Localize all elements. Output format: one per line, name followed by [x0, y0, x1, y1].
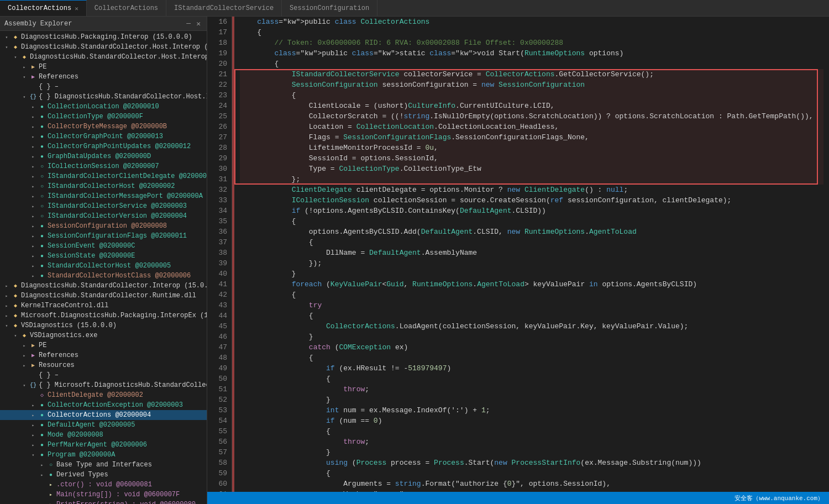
tree-item-label: Main(string[]) : void @0600007F [56, 491, 180, 498]
tree-item[interactable]: ▸◆DiagnosticsHub.StandardCollector.Runti… [0, 291, 207, 301]
tree-expander-icon: ▾ [11, 53, 20, 61]
line-number: 53 [212, 405, 227, 416]
tree-item[interactable]: ▾◆DiagnosticsHub.StandardCollector.Host.… [0, 42, 207, 52]
code-line: { [240, 290, 823, 300]
tree-item[interactable]: ▸◆KernelTraceControl.dll [0, 301, 207, 311]
tree-item-label: CollectorByteMessage @0200000B [48, 123, 167, 130]
tab-label: SessionConfiguration [290, 4, 369, 12]
tree-item[interactable]: ▾◆DiagnosticsHub.Packaging.Interop (15.0… [0, 32, 207, 42]
tree-item[interactable]: ▸●GraphDataUpdates @0200000D [0, 151, 207, 161]
tree-item-label: References [39, 73, 78, 81]
tree-item[interactable]: ▸●StandardCollectorHost @02000005 [0, 261, 207, 271]
tree-item[interactable]: ▸●PerfMarkerAgent @02000006 [0, 440, 207, 450]
line-number: 31 [212, 174, 227, 185]
class-icon: ● [38, 421, 46, 429]
tree-item[interactable]: ▸●CollectionLocation @02000010 [0, 102, 207, 112]
tree-item[interactable]: ▸▶References [0, 350, 207, 360]
line-number: 49 [212, 363, 227, 374]
tree-item[interactable]: { } – [0, 370, 207, 380]
tree-expander-icon: ▾ [20, 72, 29, 81]
tree-item[interactable]: ▸○IStandardCollectorService @02000003 [0, 201, 207, 211]
tree-item[interactable]: ▸Main(string[]) : void @0600007F [0, 490, 207, 500]
code-line: Arguments = string.Format("authorize {0}… [240, 479, 823, 489]
tree-item[interactable]: ▸●SessionConfigurationFlags @02000011 [0, 231, 207, 241]
tree-item[interactable]: ▸●CollectorGraphPointUpdates @02000012 [0, 141, 207, 151]
tree-item[interactable]: ▸●SessionConfiguration @02000008 [0, 221, 207, 231]
line-number: 33 [212, 195, 227, 206]
class-icon: ● [38, 401, 46, 410]
line-number: 50 [212, 374, 227, 384]
tree-item[interactable]: ▸▶PE [0, 62, 207, 72]
tree-item[interactable]: ▾●Program @0200000A [0, 450, 207, 460]
line-number: 16 [212, 17, 227, 27]
tree-item[interactable]: ▾◆VSDiagnostics (15.0.0.0) [0, 321, 207, 330]
tab-istandard[interactable]: IStandardCollectorService [166, 0, 282, 16]
tree-item[interactable]: ▸○IStandardCollectorVersion @02000004 [0, 211, 207, 221]
tree-item[interactable]: ▸●SessionState @0200000E [0, 251, 207, 261]
code-line: if (!options.AgentsByCLSID.ContainsKey(D… [240, 206, 823, 216]
tab-bar: CollectorActions ✕ CollectorActions ISta… [0, 0, 829, 17]
tree-item[interactable]: ▸○IStandardCollectorClientDelegate @0200… [0, 171, 207, 181]
tree-item[interactable]: ▸◆DiagnosticsHub.StandardCollector.Inter… [0, 281, 207, 291]
tree-item-label: PrintError(string) : void @06000080 [56, 501, 196, 504]
line-number: 46 [212, 332, 227, 342]
tree-item[interactable]: ◇ClientDelegate @02000002 [0, 390, 207, 400]
class-icon: ● [46, 470, 55, 479]
line-number: 52 [212, 395, 227, 405]
tree-item[interactable]: ▸▶PE [0, 340, 207, 350]
tree-expander-icon: ▸ [29, 271, 38, 280]
tree-expander-icon: ▸ [29, 102, 38, 111]
tree-item[interactable]: ▸PrintError(string) : void @06000080 [0, 500, 207, 504]
tree-item[interactable]: ▸○IStandardCollectorHost @02000002 [0, 181, 207, 191]
code-line: { [240, 216, 823, 227]
ref-icon: ▶ [29, 72, 38, 81]
close-panel-icon[interactable]: ✕ [195, 19, 202, 28]
tree-item[interactable]: ▸●CollectorActions @02000004 [0, 410, 207, 420]
right-panel: 1617181920212223242526272829303132333435… [207, 17, 829, 504]
line-number: 43 [212, 300, 227, 311]
code-area[interactable]: 1617181920212223242526272829303132333435… [207, 17, 829, 492]
tree-item[interactable]: ▸●CollectorByteMessage @0200000B [0, 122, 207, 132]
tree-item[interactable]: ▸●CollectorActionException @02000003 [0, 400, 207, 410]
close-icon[interactable]: ✕ [75, 5, 78, 12]
minimize-icon[interactable]: — [185, 19, 192, 28]
bracket-icon [29, 371, 38, 380]
tree-view[interactable]: ▾◆DiagnosticsHub.Packaging.Interop (15.0… [0, 31, 207, 504]
tab-collector-actions-1[interactable]: CollectorActions ✕ [0, 0, 87, 16]
tree-item[interactable]: ▸●StandardCollectorHostClass @02000006 [0, 271, 207, 281]
class-icon: ● [38, 261, 46, 270]
tree-item[interactable]: ▸●CollectorGraphPoint @02000013 [0, 132, 207, 141]
tree-item[interactable]: ▸●DefaultAgent @02000005 [0, 420, 207, 430]
tree-item-label: Derived Types [56, 471, 108, 479]
code-line: Verb = "runas", [240, 489, 823, 492]
tree-item[interactable]: ▸●Mode @02000008 [0, 430, 207, 440]
tree-item[interactable]: ▸○IStandardCollectorMessagePort @0200000… [0, 191, 207, 201]
tree-expander-icon: ▸ [29, 182, 38, 191]
class-icon: ● [38, 411, 46, 419]
tab-collector-actions-2[interactable]: CollectorActions [87, 0, 166, 16]
tree-item[interactable]: ▸●Derived Types [0, 470, 207, 480]
tree-item[interactable]: ▾▶References [0, 72, 207, 82]
tree-item[interactable]: ▸▶Resources [0, 360, 207, 370]
tree-item-label: DiagnosticsHub.Packaging.Interop (15.0.0… [21, 33, 192, 41]
tree-expander-icon: ▸ [29, 232, 38, 240]
tree-item[interactable]: ▸○Base Type and Interfaces [0, 460, 207, 470]
line-number: 21 [212, 69, 227, 80]
tree-item[interactable]: ▾◆VSDiagnostics.exe [0, 330, 207, 340]
tree-expander-icon: ▸ [20, 341, 29, 350]
tree-item[interactable]: { } – [0, 82, 207, 92]
tree-item-label: IStandardCollectorMessagePort @0200000A [48, 192, 203, 200]
tree-item[interactable]: ▾◆DiagnosticsHub.StandardCollector.Host.… [0, 52, 207, 62]
tree-item[interactable]: ▸◆Microsoft.DiagnosticsHub.Packaging.Int… [0, 311, 207, 321]
tree-expander-icon: ▾ [2, 43, 11, 51]
tree-item[interactable]: ▸○ICollectionSession @02000007 [0, 161, 207, 171]
tree-item[interactable]: ▸.ctor() : void @06000081 [0, 480, 207, 490]
tree-item[interactable]: ▸●SessionEvent @0200000C [0, 241, 207, 251]
tree-item[interactable]: ▾{}{ } DiagnosticsHub.StandardCollector.… [0, 92, 207, 102]
tree-item[interactable]: ▾{}{ } Microsoft.DiagnosticsHub.Standard… [0, 380, 207, 390]
tab-session-config[interactable]: SessionConfiguration [282, 0, 377, 16]
assembly-icon: ◆ [11, 301, 20, 310]
code-line: } [240, 269, 823, 279]
tree-item[interactable]: ▸●CollectionType @0200000F [0, 112, 207, 122]
class-icon: ● [38, 440, 46, 449]
